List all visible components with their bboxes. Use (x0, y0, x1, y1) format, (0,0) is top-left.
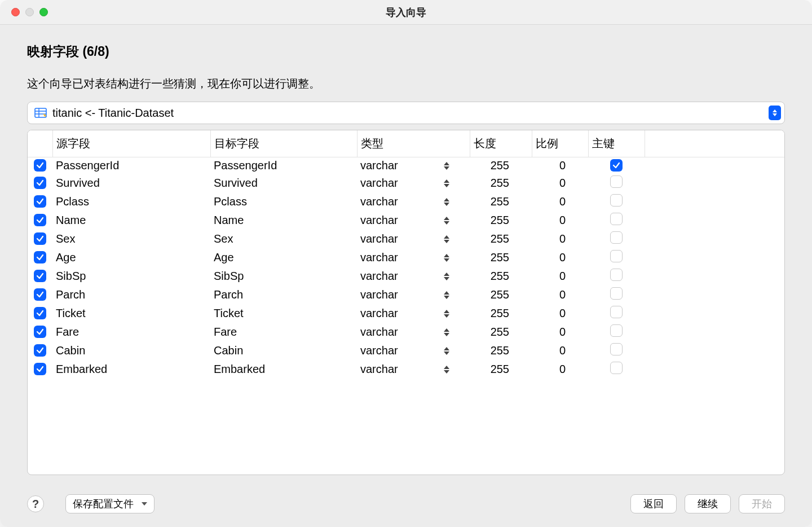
include-checkbox[interactable] (34, 251, 46, 264)
primary-key-checkbox[interactable] (610, 287, 623, 300)
include-checkbox[interactable] (34, 177, 46, 189)
target-field-cell[interactable]: Age (210, 248, 357, 267)
target-field-cell[interactable]: SibSp (210, 267, 357, 286)
type-stepper-icon[interactable] (444, 347, 449, 355)
length-cell[interactable]: 255 (470, 286, 532, 304)
source-field-cell[interactable]: PassengerId (52, 157, 210, 174)
primary-key-checkbox[interactable] (610, 159, 623, 172)
primary-key-checkbox[interactable] (610, 269, 623, 281)
length-cell[interactable]: 255 (470, 157, 532, 174)
target-field-cell[interactable]: Embarked (210, 360, 357, 379)
length-cell[interactable]: 255 (470, 174, 532, 192)
scale-cell[interactable]: 0 (532, 230, 588, 248)
primary-key-checkbox[interactable] (610, 362, 623, 374)
start-button[interactable]: 开始 (739, 494, 785, 513)
source-field-cell[interactable]: Pclass (52, 192, 210, 211)
updown-icon[interactable] (769, 106, 781, 120)
type-stepper-icon[interactable] (444, 310, 449, 318)
type-cell[interactable]: varchar (360, 363, 466, 376)
length-cell[interactable]: 255 (470, 323, 532, 341)
type-stepper-icon[interactable] (444, 366, 449, 374)
include-checkbox[interactable] (34, 270, 46, 282)
scale-cell[interactable]: 0 (532, 192, 588, 211)
scale-cell[interactable]: 0 (532, 341, 588, 360)
scale-cell[interactable]: 0 (532, 174, 588, 192)
scale-cell[interactable]: 0 (532, 286, 588, 304)
include-checkbox[interactable] (34, 159, 46, 172)
length-cell[interactable]: 255 (470, 192, 532, 211)
type-cell[interactable]: varchar (360, 159, 466, 172)
scale-cell[interactable]: 0 (532, 267, 588, 286)
source-field-cell[interactable]: Survived (52, 174, 210, 192)
length-cell[interactable]: 255 (470, 360, 532, 379)
include-checkbox[interactable] (34, 195, 46, 208)
scale-cell[interactable]: 0 (532, 157, 588, 174)
source-field-cell[interactable]: Name (52, 211, 210, 230)
target-field-cell[interactable]: Survived (210, 174, 357, 192)
primary-key-checkbox[interactable] (610, 306, 623, 318)
type-stepper-icon[interactable] (444, 328, 449, 336)
scale-cell[interactable]: 0 (532, 304, 588, 323)
save-profile-button[interactable]: 保存配置文件 (65, 494, 155, 513)
include-checkbox[interactable] (34, 344, 46, 357)
primary-key-checkbox[interactable] (610, 175, 623, 188)
scale-cell[interactable]: 0 (532, 323, 588, 341)
col-header-type[interactable]: 类型 (357, 130, 470, 157)
type-cell[interactable]: varchar (360, 232, 466, 245)
type-stepper-icon[interactable] (444, 291, 449, 299)
type-stepper-icon[interactable] (444, 235, 449, 243)
source-field-cell[interactable]: Parch (52, 286, 210, 304)
source-field-cell[interactable]: Ticket (52, 304, 210, 323)
primary-key-checkbox[interactable] (610, 194, 623, 207)
length-cell[interactable]: 255 (470, 211, 532, 230)
col-header-scale[interactable]: 比例 (532, 130, 588, 157)
target-field-cell[interactable]: Parch (210, 286, 357, 304)
source-field-cell[interactable]: Age (52, 248, 210, 267)
source-field-cell[interactable]: Sex (52, 230, 210, 248)
scale-cell[interactable]: 0 (532, 248, 588, 267)
type-cell[interactable]: varchar (360, 344, 466, 357)
primary-key-checkbox[interactable] (610, 324, 623, 337)
type-cell[interactable]: varchar (360, 177, 466, 190)
col-header-target[interactable]: 目标字段 (210, 130, 357, 157)
target-field-cell[interactable]: Cabin (210, 341, 357, 360)
length-cell[interactable]: 255 (470, 248, 532, 267)
type-cell[interactable]: varchar (360, 307, 466, 320)
type-cell[interactable]: varchar (360, 326, 466, 339)
target-field-cell[interactable]: Pclass (210, 192, 357, 211)
source-field-cell[interactable]: Embarked (52, 360, 210, 379)
type-cell[interactable]: varchar (360, 251, 466, 264)
include-checkbox[interactable] (34, 288, 46, 301)
target-field-cell[interactable]: Sex (210, 230, 357, 248)
primary-key-checkbox[interactable] (610, 213, 623, 225)
target-field-cell[interactable]: Ticket (210, 304, 357, 323)
scale-cell[interactable]: 0 (532, 211, 588, 230)
col-header-length[interactable]: 长度 (470, 130, 532, 157)
type-cell[interactable]: varchar (360, 270, 466, 283)
table-mapping-dropdown[interactable]: titanic <- Titanic-Dataset (27, 102, 785, 124)
col-header-source[interactable]: 源字段 (52, 130, 210, 157)
include-checkbox[interactable] (34, 326, 46, 338)
include-checkbox[interactable] (34, 214, 46, 226)
include-checkbox[interactable] (34, 363, 46, 375)
type-stepper-icon[interactable] (444, 273, 449, 280)
type-cell[interactable]: varchar (360, 214, 466, 227)
length-cell[interactable]: 255 (470, 341, 532, 360)
back-button[interactable]: 返回 (630, 494, 677, 513)
include-checkbox[interactable] (34, 307, 46, 319)
scale-cell[interactable]: 0 (532, 360, 588, 379)
col-header-include[interactable] (28, 130, 52, 157)
type-cell[interactable]: varchar (360, 195, 466, 208)
source-field-cell[interactable]: Cabin (52, 341, 210, 360)
primary-key-checkbox[interactable] (610, 231, 623, 244)
maximize-window-button[interactable] (39, 8, 48, 16)
type-stepper-icon[interactable] (444, 162, 449, 170)
type-cell[interactable]: varchar (360, 288, 466, 301)
continue-button[interactable]: 继续 (685, 494, 731, 513)
primary-key-checkbox[interactable] (610, 343, 623, 355)
close-window-button[interactable] (11, 8, 20, 16)
type-stepper-icon[interactable] (444, 254, 449, 262)
target-field-cell[interactable]: Fare (210, 323, 357, 341)
help-button[interactable]: ? (27, 495, 44, 512)
length-cell[interactable]: 255 (470, 267, 532, 286)
